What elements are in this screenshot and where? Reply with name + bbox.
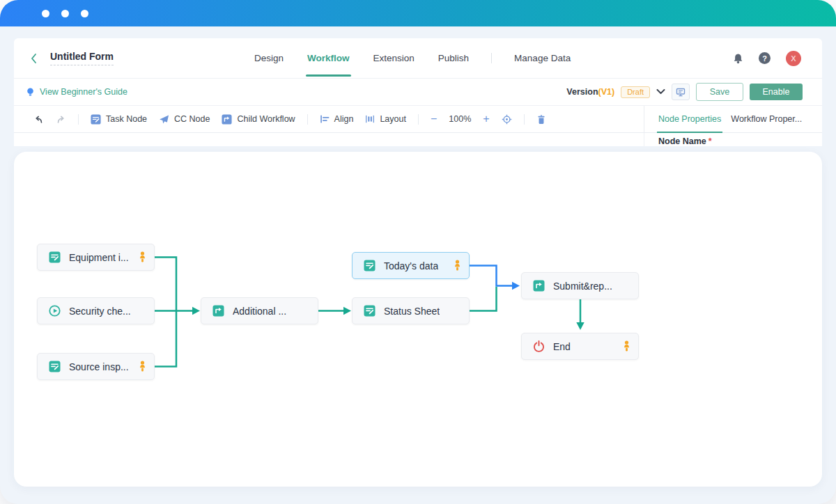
beginners-guide-link[interactable]: View Beginner's Guide xyxy=(26,87,127,97)
arrowhead xyxy=(512,282,520,290)
task-node-icon xyxy=(91,114,101,125)
avatar[interactable]: X xyxy=(786,51,801,66)
start-node-icon xyxy=(49,305,61,317)
layout-label: Layout xyxy=(380,114,406,124)
node-label: Status Sheet xyxy=(384,306,440,317)
tab-design[interactable]: Design xyxy=(253,40,285,77)
connector-branch-merge xyxy=(155,258,176,367)
lightbulb-icon xyxy=(26,88,34,97)
required-mark: * xyxy=(709,136,712,146)
node-label: End xyxy=(553,341,571,352)
guide-link-label: View Beginner's Guide xyxy=(40,87,127,97)
save-button[interactable]: Save xyxy=(696,83,743,101)
form-title[interactable]: Untitled Form xyxy=(50,51,114,65)
zoom-level: 100% xyxy=(449,114,471,124)
window-title-bar xyxy=(0,0,836,26)
assignee-warning-icon xyxy=(139,251,146,263)
connector-today-to-submit xyxy=(470,266,512,286)
toolbar-row: Task Node CC Node Child Workflow xyxy=(14,106,822,133)
delete-icon[interactable] xyxy=(536,114,546,125)
window-control-dot[interactable] xyxy=(61,10,69,17)
arrowhead xyxy=(576,322,584,330)
assignee-warning-icon xyxy=(454,260,460,271)
node-label: Submit&rep... xyxy=(553,281,612,292)
end-node-icon xyxy=(533,340,545,352)
node-label: Equipment i... xyxy=(69,252,129,263)
cc-node-label: CC Node xyxy=(174,114,210,124)
workflow-node-equipment[interactable]: Equipment i... xyxy=(37,244,155,271)
locate-icon[interactable] xyxy=(502,114,512,125)
tab-workflow-properties[interactable]: Workflow Proper... xyxy=(731,106,802,132)
task-node-button[interactable]: Task Node xyxy=(91,114,147,125)
workflow-node-security[interactable]: Security che... xyxy=(37,297,155,324)
redo-icon[interactable] xyxy=(56,114,66,124)
toolbar-divider xyxy=(307,114,308,125)
tab-divider xyxy=(491,53,492,63)
toolbar-divider xyxy=(78,114,79,125)
arrowhead xyxy=(192,307,200,315)
window-control-dot[interactable] xyxy=(42,10,49,17)
workflow-node-todays-data[interactable]: Today's data xyxy=(352,252,470,279)
help-icon[interactable]: ? xyxy=(759,52,771,64)
workflow-node-source[interactable]: Source insp... xyxy=(37,353,155,380)
zoom-in-button[interactable]: + xyxy=(483,113,489,125)
bell-icon[interactable] xyxy=(733,53,743,64)
version-label: Version(V1) xyxy=(566,87,614,97)
workflow-node-end[interactable]: End xyxy=(521,333,639,360)
node-name-label: Node Name* xyxy=(658,136,712,146)
child-workflow-label: Child Workflow xyxy=(237,114,295,124)
version-log-button[interactable] xyxy=(672,84,690,100)
undo-icon[interactable] xyxy=(33,114,44,124)
form-node-icon xyxy=(364,260,376,271)
form-node-icon xyxy=(49,251,61,263)
child-workflow-button[interactable]: Child Workflow xyxy=(222,114,295,125)
workflow-canvas[interactable]: Equipment i... Security che... xyxy=(14,152,822,487)
connector-status-elbow xyxy=(470,287,497,311)
align-button[interactable]: Align xyxy=(320,114,354,124)
enable-button[interactable]: Enable xyxy=(750,84,803,100)
draft-badge: Draft xyxy=(621,86,650,98)
node-label: Additional ... xyxy=(233,306,286,317)
send-icon xyxy=(159,114,169,125)
node-label: Source insp... xyxy=(69,361,129,372)
child-workflow-node-icon xyxy=(212,305,224,317)
node-label: Security che... xyxy=(69,306,131,317)
properties-panel-top: Node Name* xyxy=(14,133,822,146)
workflow-node-submit[interactable]: Submit&rep... xyxy=(521,272,639,299)
toolbar-divider xyxy=(418,114,419,125)
child-workflow-icon xyxy=(222,114,232,125)
app-window: Untitled Form Design Workflow Extension … xyxy=(0,0,836,504)
window-control-dot[interactable] xyxy=(81,10,88,17)
layout-icon xyxy=(365,114,375,124)
task-node-label: Task Node xyxy=(106,114,147,124)
properties-tabs: Node Properties Workflow Proper... xyxy=(644,106,822,132)
arrowhead xyxy=(343,307,351,315)
tab-node-properties[interactable]: Node Properties xyxy=(658,106,721,132)
align-icon xyxy=(320,114,330,124)
tab-workflow[interactable]: Workflow xyxy=(306,40,351,77)
toolbar-divider xyxy=(524,114,525,125)
header-icons: ? X xyxy=(733,51,811,66)
layout-button[interactable]: Layout xyxy=(365,114,406,124)
form-node-icon xyxy=(49,361,61,372)
child-workflow-node-icon xyxy=(533,280,545,292)
workflow-toolbar: Task Node CC Node Child Workflow xyxy=(14,106,644,132)
version-number: (V1) xyxy=(598,87,615,97)
workflow-node-status-sheet[interactable]: Status Sheet xyxy=(352,297,470,324)
tab-extension[interactable]: Extension xyxy=(372,40,416,77)
tab-publish[interactable]: Publish xyxy=(437,40,470,77)
chevron-left-icon xyxy=(30,53,38,64)
back-button[interactable] xyxy=(25,49,43,68)
window-controls xyxy=(42,10,88,17)
align-label: Align xyxy=(334,114,354,124)
chevron-down-icon[interactable] xyxy=(656,89,665,95)
tab-manage-data[interactable]: Manage Data xyxy=(513,40,572,77)
workflow-node-additional[interactable]: Additional ... xyxy=(201,297,318,324)
form-node-icon xyxy=(364,305,376,317)
cc-node-button[interactable]: CC Node xyxy=(159,114,210,125)
header-panel: Untitled Form Design Workflow Extension … xyxy=(14,38,822,146)
node-label: Today's data xyxy=(384,260,438,271)
header-row: Untitled Form Design Workflow Extension … xyxy=(14,38,822,79)
zoom-out-button[interactable]: − xyxy=(431,113,437,125)
version-controls: Version(V1) Draft Save Enable xyxy=(566,83,811,101)
